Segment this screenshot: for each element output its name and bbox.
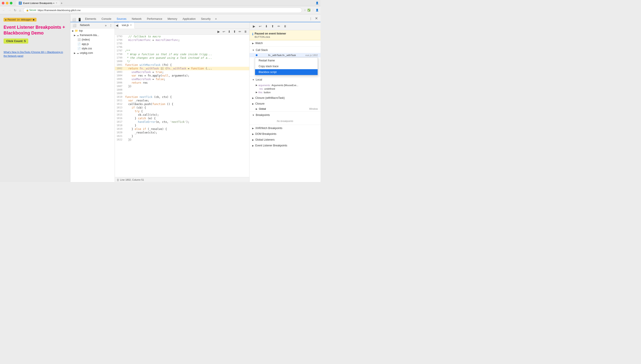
tree-label-unpkg: unpkg.com [80,52,93,54]
title-bar: ⚡ Event Listener Breakpoints + × + 👤 [0,0,320,6]
resume-execution-button[interactable]: ▶ [251,24,256,29]
address-bar-actions: ☆ ✅ ⋮ 👤 [304,9,319,12]
local-scope-label: Local [256,78,262,81]
breakpoints-arrow [252,114,254,116]
global-listeners-header[interactable]: Global Listeners [250,137,320,142]
new-tab-button[interactable]: + [61,1,62,5]
paused-notice: ℹ Paused on event listener BUTTON.click [250,30,320,40]
click-count-badge: Click Count: 5 [4,38,28,44]
paused-info-icon: ℹ [252,32,253,36]
scope-divider [250,112,320,112]
step-into-button[interactable]: ⬇ [227,29,232,34]
closure-withmacrotask-header[interactable]: Closure (withMacroTask) [250,95,320,101]
edit-breakpoints-exec-button[interactable]: ✏ [276,24,282,29]
xhr-breakpoints-header[interactable]: XHR/fetch Breakpoints [250,125,320,131]
tab-elements[interactable]: Elements [82,16,99,22]
editor-tabs: ◀ vue.js ✕ [115,22,249,28]
step-out-button[interactable]: ⬆ [232,29,237,34]
maximize-traffic-light[interactable] [10,2,12,4]
context-menu-blackbox-script[interactable]: Blackbox script [255,69,318,75]
step-into-exec-button[interactable]: ⬇ [264,24,269,29]
watch-section-header[interactable]: Watch [250,40,320,46]
tree-item-framework[interactable]: ▶ ☁ framework-bla... [70,33,114,38]
context-menu-copy-stack-trace[interactable]: Copy stack trace [255,64,318,69]
breakpoints-section-header[interactable]: Breakpoints [250,112,320,118]
menu-icon[interactable]: ⋮ [312,9,314,12]
tree-item-stylecss[interactable]: 📄 style.css [70,46,114,51]
inspect-element-button[interactable]: ⬜ [71,17,77,22]
file-tree-menu-button[interactable]: ⋮ [108,23,113,28]
home-button[interactable]: ⌂ [19,8,21,12]
status-icon: ✅ [307,9,310,12]
tree-arrow-top: ▶ [72,30,74,32]
tree-item-top[interactable]: ▶ 📁 top [70,28,114,33]
step-over-exec-button[interactable]: ↩ [258,24,263,29]
tab-security[interactable]: Security [198,16,213,22]
tab-console[interactable]: Console [99,16,114,22]
step-over-button[interactable]: ↩ [222,29,226,34]
tab-performance[interactable]: Performance [144,16,165,22]
step-out-exec-button[interactable]: ⬆ [270,24,275,29]
resume-button[interactable]: ▶ [216,29,221,34]
code-area[interactable]: 1793 // fallback to macro 1794 microTime… [115,35,249,177]
more-tabs-button[interactable]: » [213,16,218,22]
format-button[interactable]: {} [117,178,119,181]
debug-toolbar: ▶ ↩ ⬇ ⬆ ✏ ⏸ [250,22,320,30]
network-tab-label[interactable]: Network [78,22,92,28]
dom-breakpoints-header[interactable]: DOM Breakpoints [250,131,320,137]
pause-exceptions-exec-button[interactable]: ⏸ [282,24,288,29]
edit-breakpoints-button[interactable]: ✏ [238,29,242,34]
tab-sources[interactable]: Sources [114,16,129,22]
code-line-1814: 1814 try { [115,110,249,113]
code-line-1803: 1803 useMacroTask = true; [115,70,249,74]
file-tree-toolbar: ⬜ Network » ⋮ [70,22,114,28]
tab-network[interactable]: Network [129,16,144,22]
tab-close-button[interactable]: × [56,2,57,4]
paused-play-icon[interactable]: ▶ [5,18,7,21]
close-traffic-light[interactable] [2,2,4,4]
tab-application[interactable]: Application [180,16,198,22]
arguments-expand[interactable]: ▶ [256,84,258,86]
device-toolbar-button[interactable]: 📱 [77,17,82,22]
previous-source-button[interactable]: ◀ [115,23,119,28]
closure-header[interactable]: Closure [250,101,320,106]
tree-item-unpkg[interactable]: ▶ ☁ unpkg.com [70,51,114,55]
editor-tab-vuejs[interactable]: vue.js ✕ [119,22,135,28]
code-line-1796: 1796 [115,46,249,49]
tree-item-index[interactable]: ⬜ (index) [70,38,114,42]
code-line-1819: 1819 } else if (_resolve) { [115,127,249,131]
secure-badge: 🔒 Secure [26,9,36,11]
forward-button[interactable]: → [8,8,12,12]
code-line-1818: 1818 } [115,124,249,127]
pause-on-exceptions-button[interactable]: ⏸ [243,29,248,34]
local-scope-header[interactable]: Local [250,77,320,82]
tab-label: Event Listener Breakpoints + [23,2,54,4]
address-input[interactable]: 🔒 Secure https://framework-blackboxing.g… [23,8,302,13]
file-tree-more-button[interactable]: » [104,23,108,28]
local-scope-arrow [252,78,254,81]
reload-button[interactable]: ↻ [13,8,17,12]
devtools-close-button[interactable]: ✕ [313,15,320,22]
minimize-traffic-light[interactable] [6,2,8,4]
tab-memory[interactable]: Memory [165,16,180,22]
cloud-icon-framework: ☁ [76,34,79,37]
code-line-1808: 1808 [115,88,249,92]
editor-tab-close[interactable]: ✕ [130,24,132,26]
back-button[interactable]: ← [2,8,6,12]
code-line-1810: 1810 function nextTick (cb, ctx) { [115,95,249,99]
event-listener-breakpoints-header[interactable]: Event Listener Breakpoints [250,142,320,148]
bookmark-icon[interactable]: ☆ [304,9,306,12]
tree-item-appjs[interactable]: 📄 app.js [70,42,114,46]
call-stack-item-1[interactable]: fn._withTask.fn._withTask vue.js:1802 [250,53,320,58]
browser-tab-active[interactable]: ⚡ Event Listener Breakpoints + × [16,1,60,6]
watch-arrow [252,42,254,44]
sidebar-toggle-button[interactable]: ⬜ [72,23,77,28]
call-stack-section-header[interactable]: Call Stack [250,47,320,53]
paused-badge: ▶ Paused in debugger ⏺ [4,18,36,22]
global-scope-row[interactable]: Global Window [250,106,320,111]
page-link-1[interactable]: What's New In DevTools (Chrome 66) > Bla… [4,50,66,58]
context-menu-restart-frame[interactable]: Restart frame [255,58,318,64]
this-expand[interactable]: ▶ [256,91,258,94]
global-value: Window [309,108,318,110]
devtools-menu-button[interactable]: ⋮ [308,16,313,22]
